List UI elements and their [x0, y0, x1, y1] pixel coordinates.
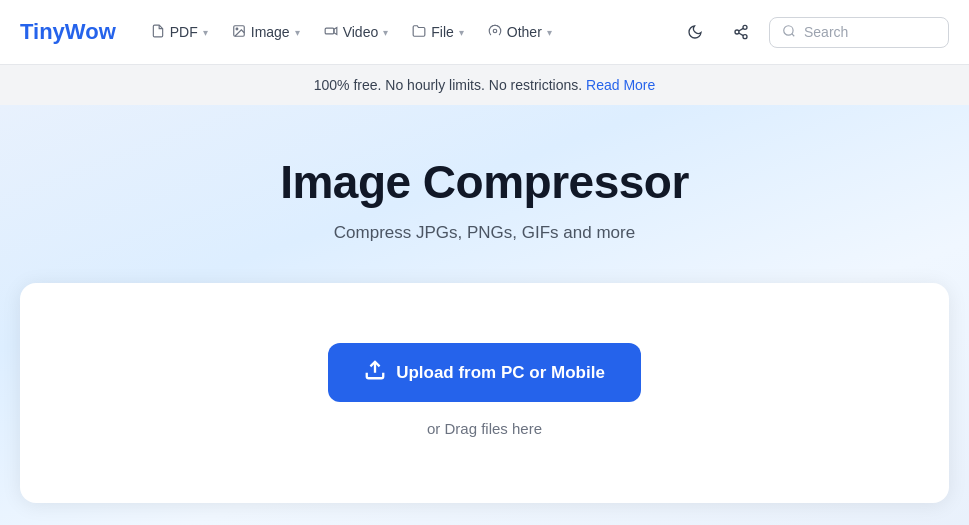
- navbar: TinyWow PDF ▾ Image ▾ Video ▾: [0, 0, 969, 65]
- pdf-chevron-icon: ▾: [203, 27, 208, 38]
- banner-text: 100% free. No hourly limits. No restrict…: [314, 77, 582, 93]
- svg-line-8: [739, 33, 744, 36]
- nav-right: [677, 14, 949, 50]
- upload-card: Upload from PC or Mobile or Drag files h…: [20, 283, 949, 503]
- nav-pdf-label: PDF: [170, 24, 198, 40]
- nav-item-file[interactable]: File ▾: [402, 18, 474, 47]
- svg-point-6: [735, 30, 739, 34]
- video-chevron-icon: ▾: [383, 27, 388, 38]
- other-icon: [488, 24, 502, 41]
- upload-button-label: Upload from PC or Mobile: [396, 363, 605, 383]
- nav-item-image[interactable]: Image ▾: [222, 18, 310, 47]
- nav-video-label: Video: [343, 24, 379, 40]
- nav-item-pdf[interactable]: PDF ▾: [141, 18, 218, 47]
- svg-point-7: [743, 35, 747, 39]
- hero-subtitle: Compress JPGs, PNGs, GIFs and more: [20, 223, 949, 243]
- image-chevron-icon: ▾: [295, 27, 300, 38]
- nav-links: PDF ▾ Image ▾ Video ▾ File ▾: [141, 18, 667, 47]
- nav-file-label: File: [431, 24, 454, 40]
- svg-point-1: [236, 28, 238, 30]
- svg-line-11: [792, 33, 795, 36]
- page-title: Image Compressor: [20, 155, 949, 209]
- drag-text: or Drag files here: [427, 420, 542, 437]
- moon-icon: [687, 24, 703, 40]
- promo-banner: 100% free. No hourly limits. No restrict…: [0, 65, 969, 105]
- file-icon: [412, 24, 426, 41]
- svg-rect-2: [325, 28, 334, 34]
- nav-other-label: Other: [507, 24, 542, 40]
- file-chevron-icon: ▾: [459, 27, 464, 38]
- share-icon: [733, 24, 749, 40]
- svg-point-4: [493, 29, 497, 33]
- upload-button[interactable]: Upload from PC or Mobile: [328, 343, 641, 402]
- svg-marker-3: [334, 27, 337, 34]
- nav-image-label: Image: [251, 24, 290, 40]
- nav-item-video[interactable]: Video ▾: [314, 18, 399, 47]
- hero-section: Image Compressor Compress JPGs, PNGs, GI…: [0, 105, 969, 525]
- other-chevron-icon: ▾: [547, 27, 552, 38]
- svg-point-5: [743, 25, 747, 29]
- nav-item-other[interactable]: Other ▾: [478, 18, 562, 47]
- search-input[interactable]: [804, 24, 936, 40]
- pdf-icon: [151, 24, 165, 41]
- dark-mode-button[interactable]: [677, 14, 713, 50]
- logo[interactable]: TinyWow: [20, 19, 116, 45]
- image-icon: [232, 24, 246, 41]
- banner-read-more-link[interactable]: Read More: [586, 77, 655, 93]
- video-icon: [324, 24, 338, 41]
- svg-line-9: [739, 28, 744, 31]
- share-button[interactable]: [723, 14, 759, 50]
- svg-point-10: [784, 25, 793, 34]
- search-icon: [782, 24, 796, 41]
- upload-icon: [364, 359, 386, 386]
- logo-black: Tiny: [20, 19, 65, 44]
- logo-blue: Wow: [65, 19, 116, 44]
- search-bar[interactable]: [769, 17, 949, 48]
